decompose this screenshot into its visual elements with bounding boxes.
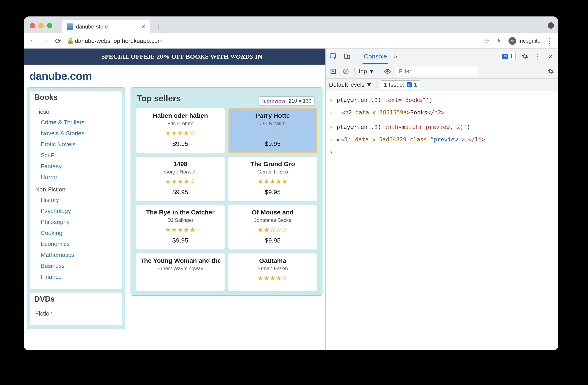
product-grid: Haben oder habenFric Eromm★★★★☆$9.95li.p… [136, 108, 317, 291]
product-card[interactable]: The Grand GroGerald F. Sco★★★★★$9.95 [229, 157, 317, 201]
site-logo[interactable]: danube.com [27, 70, 92, 82]
product-card[interactable]: li.preview210 × 130Parry HotteJ/K Rowlin… [229, 108, 317, 153]
sidebar-block-body: FictionCrime & ThrillersNovels & Stories… [30, 104, 122, 289]
sidebar-link[interactable]: Erotic Novels [35, 139, 117, 150]
html-attr-value: "preview" [430, 136, 461, 143]
search-input[interactable] [97, 69, 321, 83]
sidebar-link[interactable]: Sci-Fi [35, 150, 117, 161]
console-settings-icon[interactable] [546, 67, 555, 76]
window-menu-icon[interactable] [548, 22, 554, 29]
chevron-down-icon: ▼ [369, 68, 375, 75]
inspect-element-icon[interactable] [329, 52, 337, 61]
issues-pill[interactable]: ✉ 1 [500, 52, 516, 61]
message-icon: ✉ [502, 54, 508, 59]
favicon-icon [67, 23, 73, 30]
clear-console-icon[interactable] [342, 67, 350, 76]
sidebar-link[interactable]: Novels & Stories [35, 128, 117, 139]
console-input-line: › playwright.$('text="Books"') [329, 94, 555, 106]
sidebar-link[interactable]: Cooking [35, 227, 117, 239]
levels-label: Default levels [329, 81, 364, 88]
browser-tab[interactable]: danube-store × [62, 20, 150, 33]
product-rating: ★★★★★ [233, 178, 313, 185]
product-card[interactable]: The Young Woman and the MountainErnest W… [136, 253, 225, 291]
devtools-panel: Console » ✉ 1 ⋮ × [325, 48, 558, 350]
sidebar-link[interactable]: Psychology [35, 205, 117, 217]
sidebar-link[interactable]: Fantasy [35, 161, 117, 172]
sidebar-link[interactable]: Horror [35, 172, 117, 183]
product-card[interactable]: Of Mouse andJohannes Becks★★☆☆☆$9.95 [229, 205, 317, 249]
product-price: $9.95 [140, 237, 220, 244]
more-tabs-icon[interactable]: » [394, 53, 397, 60]
banner-suffix: IN [255, 53, 262, 60]
product-rating: ★★★★★ [233, 129, 313, 137]
sidebar-link[interactable]: Mathematics [35, 249, 117, 260]
svg-point-8 [386, 70, 388, 72]
console-filter-input[interactable] [396, 67, 478, 76]
sidebar-link[interactable]: Crime & Thrillers [35, 117, 117, 128]
html-attr: data-v-7851559a [355, 109, 407, 116]
close-tab-icon[interactable]: × [141, 23, 145, 30]
minimize-window-icon[interactable] [38, 23, 44, 28]
maximize-window-icon[interactable] [47, 23, 52, 28]
incognito-icon [508, 37, 516, 45]
sidebar-block: BooksFictionCrime & ThrillersNovels & St… [30, 91, 122, 289]
input-caret-icon: › [329, 94, 333, 105]
bookmark-star-icon[interactable]: ☆ [483, 37, 490, 45]
devtools-tab-console[interactable]: Console [362, 48, 388, 64]
sidebar: BooksFictionCrime & ThrillersNovels & St… [27, 87, 125, 329]
sidebar-group-heading: Fiction [35, 307, 117, 319]
new-tab-button[interactable]: + [155, 23, 162, 30]
url-box[interactable]: 🔒 danube-webshop.herokuapp.com [67, 36, 163, 46]
reload-button[interactable]: ⟳ [54, 37, 62, 45]
product-author: J/K Rowlin' [233, 120, 313, 126]
browser-menu-icon[interactable]: ⋮ [546, 37, 553, 45]
devtools-tabbar: Console » ✉ 1 ⋮ × [326, 48, 558, 64]
context-value: top [359, 68, 367, 75]
sidebar-toggle-icon[interactable] [329, 67, 337, 76]
product-rating: ★★☆☆☆ [233, 226, 313, 233]
sidebar-link[interactable]: Economics [35, 239, 117, 249]
issues-counter[interactable]: 1 Issue: ✉ 1 [381, 80, 420, 89]
devtools-settings-icon[interactable] [521, 52, 529, 61]
forward-button[interactable]: → [42, 37, 49, 45]
sidebar-block-title[interactable]: DVDs [30, 293, 60, 306]
code-text: ) [429, 97, 433, 103]
issues-label: 1 Issue: [384, 81, 404, 88]
product-title: Parry Hotte [233, 112, 313, 119]
sidebar-link[interactable]: Finance [35, 272, 117, 282]
sidebar-link[interactable]: Philosophy [35, 217, 117, 227]
expand-triangle-icon[interactable]: ▶ [336, 136, 340, 143]
back-button[interactable]: ← [29, 37, 37, 45]
product-card[interactable]: GautamaErman Essen★★★★☆ [229, 253, 317, 291]
input-caret-icon: › [329, 122, 333, 132]
html-tag: > [461, 136, 465, 143]
incognito-badge[interactable]: Incognito [508, 37, 541, 45]
svg-rect-4 [347, 55, 350, 58]
devtools-menu-icon[interactable]: ⋮ [534, 52, 541, 61]
product-card[interactable]: Haben oder habenFric Eromm★★★★☆$9.95 [136, 108, 225, 153]
sidebar-link[interactable]: History [35, 195, 117, 205]
devtools-close-icon[interactable]: × [546, 52, 555, 61]
live-expression-icon[interactable] [383, 67, 392, 76]
product-card[interactable]: The Rye in the CatcherDJ Salinger★★★★★$9… [136, 205, 225, 249]
device-toggle-icon[interactable] [343, 52, 351, 61]
svg-rect-2 [330, 54, 336, 58]
sidebar-block-title[interactable]: Books [30, 91, 63, 104]
console-prompt[interactable]: › [329, 146, 555, 158]
product-author: Johannes Becks [233, 217, 313, 223]
close-window-icon[interactable] [30, 23, 35, 28]
product-card[interactable]: 1498Gorge Norwell★★★★☆$9.95 [136, 157, 225, 201]
console-output[interactable]: › playwright.$('text="Books"') ‹ <h2 dat… [326, 91, 558, 161]
product-price: $9.95 [233, 188, 313, 196]
context-selector[interactable]: top ▼ [359, 68, 375, 75]
product-title: Gautama [233, 257, 313, 264]
sidebar-link[interactable]: Business [35, 260, 117, 272]
product-author: Gorge Norwell [140, 169, 220, 175]
svg-line-7 [344, 70, 348, 73]
product-rating: ★★★★★ [140, 226, 220, 233]
svg-point-0 [511, 41, 512, 42]
extensions-icon[interactable] [496, 37, 503, 45]
url-text: danube-webshop.herokuapp.com [75, 38, 163, 44]
product-title: The Grand Gro [233, 160, 313, 168]
log-levels-selector[interactable]: Default levels ▼ [329, 81, 372, 88]
